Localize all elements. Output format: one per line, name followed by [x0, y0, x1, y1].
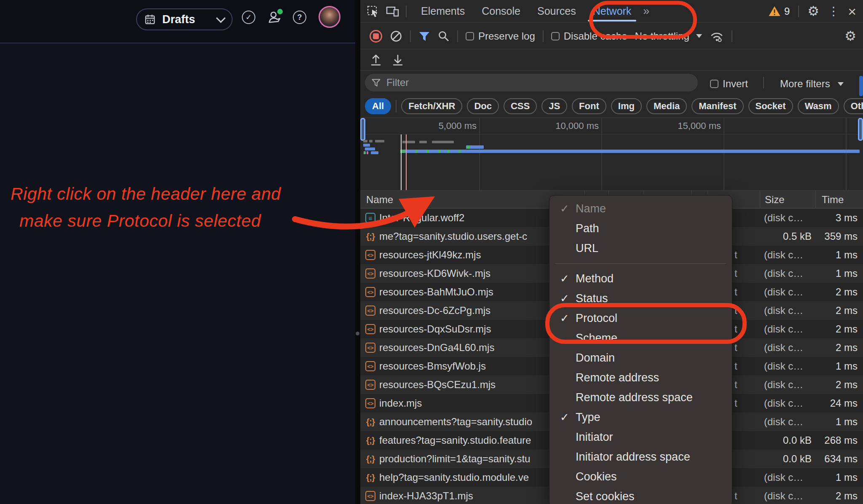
filter-chip-all[interactable]: All — [365, 98, 391, 114]
device-toolbar-icon[interactable] — [386, 5, 400, 18]
menu-item-scheme[interactable]: Scheme — [549, 328, 732, 348]
filter-chip-other[interactable]: Other — [844, 98, 863, 114]
drafts-dropdown-button[interactable]: Drafts — [136, 8, 233, 30]
filter-chip-js[interactable]: JS — [541, 98, 567, 114]
menu-item-method[interactable]: ✓Method — [549, 269, 732, 289]
gridline — [601, 118, 602, 190]
menu-item-initiator-address-space[interactable]: Initiator address space — [549, 447, 732, 467]
request-name[interactable]: resources-Dc-6ZcPg.mjs — [379, 301, 548, 320]
inspect-element-icon[interactable] — [366, 5, 380, 18]
devtools-settings-button[interactable]: ⚙ — [807, 5, 819, 18]
console-warnings-button[interactable]: 9 — [768, 5, 790, 17]
request-time: 1 ms — [816, 468, 863, 487]
more-tabs-button[interactable]: » — [643, 5, 649, 18]
request-size: (disk c… — [760, 357, 815, 375]
help-button[interactable]: ? — [293, 11, 306, 24]
tab-console[interactable]: Console — [473, 0, 529, 23]
preserve-log-label: Preserve log — [478, 30, 535, 42]
request-name[interactable]: me?tag=sanity.studio.users.get-c — [379, 227, 548, 246]
column-header-name[interactable]: Name — [366, 194, 393, 206]
request-name[interactable]: resources-BmsyfWob.js — [379, 357, 548, 375]
gridline — [724, 118, 724, 190]
devtools-menu-button[interactable]: ⋮ — [828, 5, 839, 17]
request-type-fragment: t — [734, 375, 751, 394]
request-name[interactable]: resources-jtKl49kz.mjs — [379, 246, 548, 264]
request-name[interactable]: resources-BQsCEzu1.mjs — [379, 375, 548, 394]
menu-item-initiator[interactable]: Initiator — [549, 427, 732, 447]
publish-check-button[interactable]: ✓ — [242, 11, 255, 24]
column-header-time[interactable]: Time — [822, 194, 844, 206]
request-name[interactable]: Inter-Regular.woff2 — [379, 209, 548, 227]
tab-network[interactable]: Network — [584, 0, 640, 23]
network-filter-field[interactable] — [365, 74, 698, 91]
tab-elements[interactable]: Elements — [413, 0, 473, 23]
devtools-close-button[interactable]: × — [848, 4, 856, 19]
network-conditions-icon[interactable] — [710, 30, 724, 43]
filter-input[interactable] — [386, 76, 691, 89]
column-header-size[interactable]: Size — [765, 194, 785, 206]
menu-item-cookies[interactable]: Cookies — [549, 467, 732, 487]
filter-funnel-icon[interactable] — [418, 31, 430, 42]
devtools-panel: ElementsConsoleSourcesNetwork » 9 ⚙ ⋮ × — [360, 0, 863, 504]
har-import-icon[interactable] — [370, 54, 382, 67]
filter-chip-img[interactable]: Img — [611, 98, 642, 114]
filter-chip-css[interactable]: CSS — [504, 98, 537, 114]
menu-item-url[interactable]: URL — [549, 239, 732, 258]
request-name[interactable]: features?tag=sanity.studio.feature — [379, 431, 548, 450]
filter-chip-media[interactable]: Media — [646, 98, 687, 114]
filter-chip-manifest[interactable]: Manifest — [691, 98, 743, 114]
request-name[interactable]: help?tag=sanity.studio.module.ve — [379, 468, 548, 487]
request-name[interactable]: production?limit=1&tag=sanity.stu — [379, 450, 548, 468]
request-name[interactable]: resources-DqxSuDsr.mjs — [379, 320, 548, 338]
preserve-log-checkbox[interactable] — [466, 32, 474, 40]
invert-checkbox[interactable] — [710, 80, 718, 88]
request-name[interactable]: resources-KD6Wivk-.mjs — [379, 264, 548, 283]
menu-item-protocol[interactable]: ✓Protocol — [549, 308, 732, 328]
filter-chip-fetch-xhr[interactable]: Fetch/XHR — [401, 98, 462, 114]
disable-cache-checkbox[interactable] — [551, 32, 560, 40]
request-name[interactable]: resources-DnGa4L60.mjs — [379, 338, 548, 357]
divider — [406, 5, 407, 17]
user-avatar[interactable] — [319, 6, 340, 28]
waterfall-bar — [426, 150, 429, 153]
throttling-dropdown[interactable]: No throttling — [635, 30, 702, 42]
filter-chip-font[interactable]: Font — [572, 98, 606, 114]
more-filters-dropdown[interactable]: More filters — [780, 78, 844, 90]
waterfall-bar — [432, 141, 454, 143]
menu-item-remote-address[interactable]: Remote address — [549, 368, 732, 388]
disable-cache-toggle[interactable]: Disable cache — [551, 30, 627, 42]
studio-app-pane: Drafts ✓ ? Right click on the header her… — [0, 0, 355, 504]
menu-item-type[interactable]: ✓Type — [549, 407, 732, 427]
menu-item-remote-address-space[interactable]: Remote address space — [549, 388, 732, 407]
menu-item-set-cookies[interactable]: Set cookies — [549, 487, 732, 504]
menu-item-status[interactable]: ✓Status — [549, 289, 732, 308]
request-name[interactable]: index-HJA33pT1.mjs — [379, 487, 548, 504]
pane-resize-handle[interactable] — [356, 332, 359, 335]
waterfall-bar — [371, 151, 378, 154]
request-name[interactable]: index.mjs — [379, 394, 548, 413]
preserve-log-toggle[interactable]: Preserve log — [466, 30, 535, 42]
overview-left-handle[interactable] — [360, 118, 365, 141]
invert-filter-toggle[interactable]: Invert — [710, 78, 748, 90]
clear-network-log-icon[interactable] — [390, 30, 402, 43]
network-settings-button[interactable]: ⚙ — [844, 29, 863, 43]
filter-chip-socket[interactable]: Socket — [748, 98, 793, 114]
search-icon[interactable] — [438, 30, 450, 42]
tab-sources[interactable]: Sources — [529, 0, 584, 23]
filter-chip-wasm[interactable]: Wasm — [798, 98, 839, 114]
menu-item-label: Type — [576, 411, 600, 424]
waterfall-bar — [419, 141, 427, 143]
menu-item-domain[interactable]: Domain — [549, 348, 732, 368]
filter-chip-doc[interactable]: Doc — [467, 98, 499, 114]
scrollbar-thumb[interactable] — [859, 76, 863, 96]
network-overview-timeline[interactable]: 5,000 ms 10,000 ms 15,000 ms — [360, 118, 863, 190]
request-name[interactable]: resources-BahMtJuO.mjs — [379, 283, 548, 301]
request-name[interactable]: announcements?tag=sanity.studio — [379, 413, 548, 431]
record-network-log-button[interactable] — [370, 30, 382, 43]
overview-right-handle[interactable] — [858, 118, 863, 141]
presence-users-button[interactable] — [267, 9, 283, 25]
request-time: 2 ms — [816, 487, 863, 504]
request-size: (disk c… — [760, 301, 815, 320]
har-export-icon[interactable] — [391, 54, 404, 67]
menu-item-path[interactable]: Path — [549, 219, 732, 239]
